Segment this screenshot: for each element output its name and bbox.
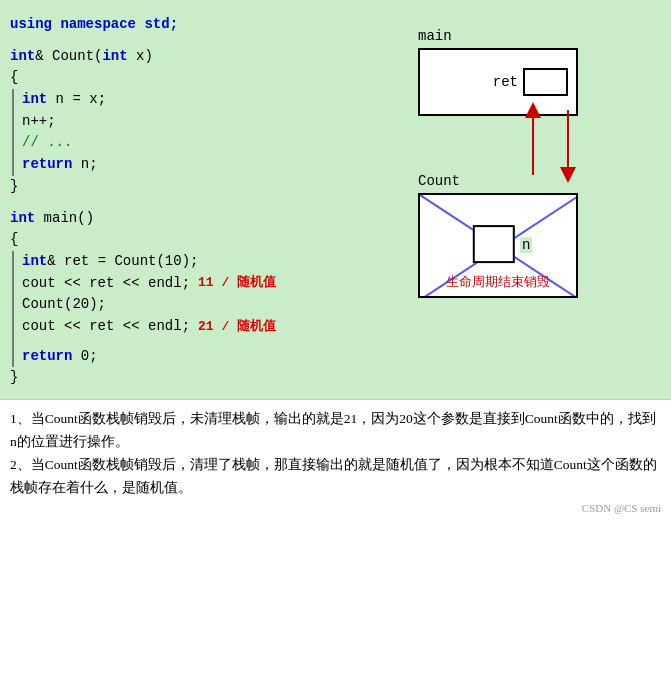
code-line-using: using namespace std; [10, 14, 300, 36]
code-brace2: { [10, 229, 300, 251]
ret-label-in-box: ret [493, 74, 518, 90]
count-frame-box: n 生命周期结束销毁 [418, 193, 578, 298]
code-cout2: cout << ret << endl; [22, 316, 190, 338]
code-cout1: cout << ret << endl; [22, 273, 190, 295]
count-frame-group: Count n 生命周期结束销毁 [418, 173, 588, 298]
code-ret-line: int& ret = Count(10); [22, 251, 276, 273]
code-brace1: { [10, 67, 300, 89]
n-box [473, 225, 515, 263]
diagram-panel: main ret Count [310, 8, 671, 399]
count-label: Count [418, 173, 588, 189]
bottom-para1: 1、当Count函数栈帧销毁后，未清理栈帧，输出的就是21，因为20这个参数是直… [10, 408, 661, 454]
code-comment: // ... [22, 132, 106, 154]
ret-box [523, 68, 568, 96]
code-panel: using namespace std; int& Count(int x) {… [0, 8, 310, 399]
code-npp: n++; [22, 111, 106, 133]
top-section: using namespace std; int& Count(int x) {… [0, 0, 671, 399]
bottom-para2: 2、当Count函数栈帧销毁后，清理了栈帧，那直接输出的就是随机值了，因为根本不… [10, 454, 661, 500]
bottom-section: 1、当Count函数栈帧销毁后，未清理栈帧，输出的就是21，因为20这个参数是直… [0, 399, 671, 508]
code-close2: } [10, 367, 300, 389]
code-return0: return 0; [22, 346, 276, 368]
lifecycle-label: 生命周期结束销毁 [420, 273, 576, 291]
main-frame-group: main ret [418, 28, 588, 116]
main-container: using namespace std; int& Count(int x) {… [0, 0, 671, 508]
main-label: main [418, 28, 588, 44]
comment-11: 11 / 随机值 [198, 273, 276, 293]
code-fn-def: int& Count(int x) [10, 46, 300, 68]
watermark: CSDN @CS semi [582, 499, 661, 518]
main-frame-box: ret [418, 48, 578, 116]
comment-21: 21 / 随机值 [198, 317, 276, 337]
code-main-def: int main() [10, 208, 300, 230]
code-return-n: return n; [22, 154, 106, 176]
n-label: n [520, 237, 532, 253]
code-close1: } [10, 176, 300, 198]
diagram-wrapper: main ret Count [368, 18, 618, 348]
code-int-n: int n = x; [22, 89, 106, 111]
code-count20: Count(20); [22, 294, 276, 316]
